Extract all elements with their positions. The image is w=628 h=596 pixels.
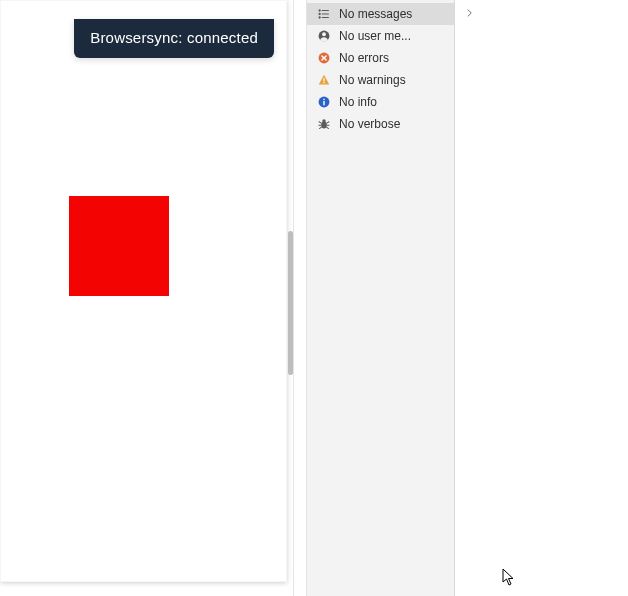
preview-scrollbar-thumb[interactable] — [288, 231, 293, 375]
svg-rect-11 — [323, 78, 324, 81]
user-icon — [317, 29, 331, 43]
chevron-right-icon[interactable] — [463, 6, 477, 20]
svg-line-22 — [319, 127, 321, 128]
sidebar-item-label: No user me... — [339, 29, 411, 43]
sidebar-item-messages[interactable]: No messages — [307, 3, 454, 25]
error-icon — [317, 51, 331, 65]
svg-point-0 — [319, 10, 320, 11]
list-icon — [317, 7, 331, 21]
console-output-panel — [455, 0, 628, 596]
svg-point-7 — [322, 32, 326, 36]
info-icon — [317, 95, 331, 109]
panel-splitter[interactable] — [293, 0, 307, 596]
bug-icon — [317, 117, 331, 131]
svg-line-23 — [327, 127, 329, 128]
svg-point-17 — [322, 119, 326, 123]
sidebar-item-label: No info — [339, 95, 377, 109]
svg-point-2 — [319, 13, 320, 14]
sidebar-item-label: No verbose — [339, 117, 400, 131]
svg-rect-14 — [323, 99, 324, 100]
mouse-cursor-icon — [502, 568, 516, 586]
sidebar-item-errors[interactable]: No errors — [307, 47, 454, 69]
svg-line-19 — [327, 122, 329, 123]
browser-preview-panel: Browsersync: connected — [0, 0, 287, 582]
page-content-red-square — [69, 196, 169, 296]
warning-icon — [317, 73, 331, 87]
svg-line-18 — [319, 122, 321, 123]
console-sidebar: No messages No user me... No errors — [307, 0, 455, 596]
sidebar-item-label: No errors — [339, 51, 389, 65]
sidebar-item-info[interactable]: No info — [307, 91, 454, 113]
sidebar-item-user-messages[interactable]: No user me... — [307, 25, 454, 47]
svg-point-4 — [319, 17, 320, 18]
svg-rect-15 — [323, 101, 324, 105]
sidebar-item-label: No messages — [339, 7, 412, 21]
sidebar-item-verbose[interactable]: No verbose — [307, 113, 454, 135]
notification-text: Browsersync: connected — [90, 29, 258, 46]
preview-scrollbar[interactable] — [286, 1, 294, 581]
sidebar-item-label: No warnings — [339, 73, 406, 87]
sidebar-item-warnings[interactable]: No warnings — [307, 69, 454, 91]
svg-rect-12 — [323, 82, 324, 83]
browsersync-notification: Browsersync: connected — [74, 19, 274, 58]
